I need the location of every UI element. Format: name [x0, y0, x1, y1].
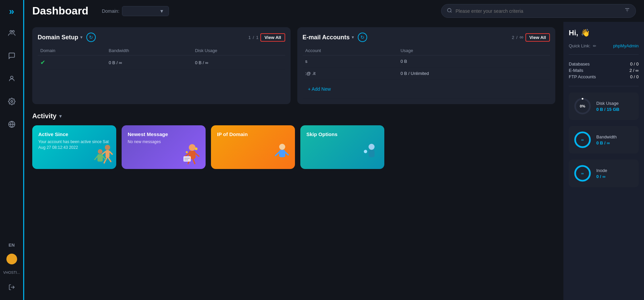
stat-emails-value: 2 / ∞ — [630, 68, 639, 73]
stat-databases-value: 0 / 0 — [630, 61, 639, 67]
svg-line-26 — [185, 154, 189, 156]
ip-domain-illustration — [269, 141, 292, 168]
email-view-all-button[interactable]: View All — [525, 33, 550, 42]
domain-view-all-button[interactable]: View All — [260, 33, 285, 42]
add-new-email-button[interactable]: + Add New — [305, 83, 334, 95]
ip-domain-card[interactable]: IP of Domain — [211, 125, 295, 169]
newest-message-card[interactable]: Newest Message No new messages — [122, 125, 206, 169]
logout-icon[interactable] — [5, 281, 18, 294]
svg-point-12 — [105, 145, 110, 150]
globe-icon[interactable] — [5, 118, 18, 131]
logo-icon[interactable]: » — [9, 6, 14, 17]
skip-options-illustration — [358, 141, 382, 168]
search-input[interactable] — [456, 8, 621, 14]
svg-point-1 — [12, 31, 14, 33]
newest-message-illustration — [179, 141, 203, 168]
svg-point-22 — [189, 144, 196, 151]
domain-table: Domain Bandwidth Disk Usage ✔ 0 B / ∞ — [38, 46, 285, 70]
table-row: ✔ 0 B / ∞ 0 B / ∞ — [38, 55, 285, 70]
inode-title: Inode — [596, 168, 607, 173]
email-col-account: Account — [303, 46, 398, 55]
domain-total: 1 — [256, 35, 258, 40]
stats-section: Databases 0 / 0 E-Mails 2 / ∞ FTP Accoun… — [569, 61, 639, 80]
svg-rect-18 — [97, 154, 103, 162]
disk-value: 0 B / 15 GB — [596, 107, 619, 112]
disk-usage-card: 0% Disk Usage 0 B / 15 GB — [569, 92, 639, 120]
activity-title: Activity — [32, 112, 56, 120]
svg-line-27 — [196, 154, 199, 156]
refresh-button[interactable]: ↻ — [86, 33, 96, 42]
chevron-down-icon: ▼ — [159, 8, 164, 14]
chevron-down-icon[interactable]: ▾ — [80, 35, 82, 40]
settings-icon[interactable] — [5, 95, 18, 108]
domain-dropdown[interactable]: ▼ — [122, 6, 169, 16]
svg-point-33 — [279, 144, 285, 150]
greeting-section: Hi, 👋 — [569, 29, 639, 37]
avatar-icon[interactable] — [6, 254, 17, 264]
domain-selector: Domain: ▼ — [102, 6, 169, 16]
disk-percent-label: 0% — [580, 104, 585, 108]
bandwidth-title: Bandwidth — [596, 134, 617, 139]
svg-point-2 — [10, 76, 13, 79]
bandwidth-info: Bandwidth 0 B / ∞ — [596, 134, 617, 145]
domain-setup-meta: 1 / 1 View All — [248, 33, 285, 42]
svg-line-36 — [285, 152, 288, 155]
svg-line-29 — [193, 159, 195, 164]
stat-ftp-value: 0 / 0 — [630, 74, 639, 79]
domain-col-domain: Domain — [38, 46, 106, 55]
center-panel: Domain Setup ▾ ↻ 1 / 1 View All — [24, 22, 563, 300]
stat-databases: Databases 0 / 0 — [569, 61, 639, 67]
domain-setup-header: Domain Setup ▾ ↻ 1 / 1 View All — [38, 33, 285, 42]
disk-title: Disk Usage — [596, 101, 619, 106]
svg-rect-34 — [279, 150, 285, 157]
domain-count: 1 — [248, 35, 251, 40]
svg-line-8 — [450, 11, 452, 12]
stat-databases-label: Databases — [569, 61, 590, 67]
active-since-illustration — [90, 141, 114, 168]
active-since-title: Active Since — [38, 131, 110, 137]
domain-cell-check: ✔ — [38, 55, 106, 70]
vhost-label: VHOSTI... — [3, 270, 20, 274]
stat-emails: E-Mails 2 / ∞ — [569, 67, 639, 74]
svg-line-20 — [95, 156, 97, 160]
chat-icon[interactable] — [5, 49, 18, 62]
table-row: + Add New — [303, 80, 550, 99]
domain-col-disk: Disk Usage — [192, 46, 285, 55]
activity-cards: Active Since Your account has been activ… — [32, 125, 555, 169]
email-meta: 2 / ∞ View All — [512, 33, 550, 42]
email-title: E-mail Accounts ▾ — [303, 34, 354, 41]
edit-icon[interactable]: ✏ — [593, 44, 596, 48]
active-since-card[interactable]: Active Since Your account has been activ… — [32, 125, 116, 169]
users-icon[interactable] — [5, 26, 18, 40]
check-icon: ✔ — [40, 59, 45, 66]
ip-domain-title: IP of Domain — [217, 131, 289, 137]
svg-point-3 — [11, 100, 13, 102]
skip-options-title: Skip Options — [306, 131, 378, 137]
email-col-usage: Usage — [398, 46, 550, 55]
greeting-text: Hi, — [569, 29, 578, 37]
person-icon[interactable] — [5, 72, 18, 85]
quick-link-value[interactable]: phpMyAdmin — [613, 43, 639, 48]
wave-icon: 👋 — [581, 29, 590, 37]
disk-circle: 0% — [573, 97, 592, 115]
search-bar — [441, 4, 636, 18]
domain-cell-bandwidth: 0 B / ∞ — [106, 55, 192, 70]
bandwidth-value: 0 B / ∞ — [596, 140, 617, 145]
domain-setup-title: Domain Setup ▾ — [38, 34, 82, 41]
email-cell-account-1: s — [303, 55, 398, 68]
disk-info: Disk Usage 0 B / 15 GB — [596, 101, 619, 112]
email-refresh-button[interactable]: ↻ — [358, 33, 367, 42]
svg-point-24 — [186, 151, 188, 153]
inode-info: Inode 0 / ∞ — [596, 168, 607, 179]
quick-link-label: Quick Link: — [569, 43, 590, 48]
email-cell-usage-1: 0 B — [398, 55, 550, 68]
activity-chevron-icon[interactable]: ▾ — [59, 113, 62, 119]
filter-icon[interactable] — [624, 7, 630, 15]
skip-options-card[interactable]: Skip Options — [300, 125, 384, 169]
lang-label[interactable]: EN — [8, 243, 14, 248]
header: Dashboard Domain: ▼ — [24, 0, 644, 22]
chevron-down-icon[interactable]: ▾ — [352, 35, 354, 40]
bandwidth-label: ∞ — [581, 138, 584, 142]
bandwidth-card: ∞ Bandwidth 0 B / ∞ — [569, 126, 639, 154]
table-row: :@ .it 0 B / Unlimited — [303, 68, 550, 80]
